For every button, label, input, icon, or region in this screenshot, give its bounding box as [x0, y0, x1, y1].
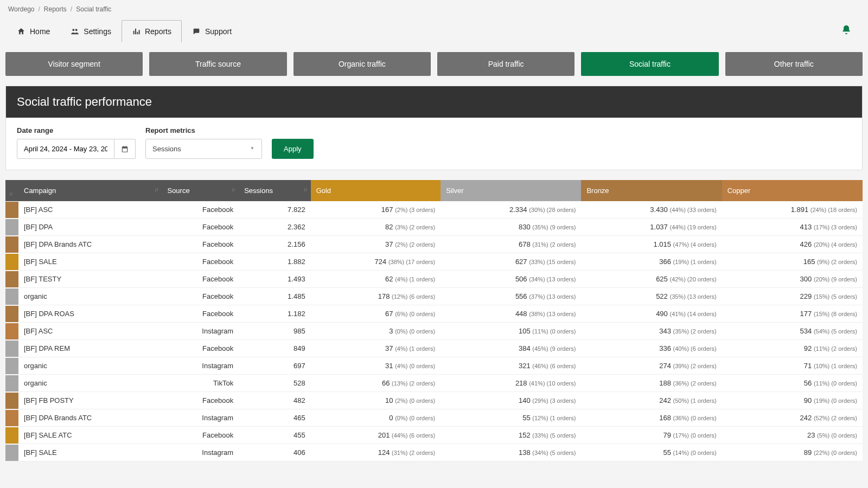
segment-cell: 2.334 (30%) (28 orders) [441, 201, 581, 219]
segment-cell: 82 (3%) (2 orders) [311, 219, 441, 236]
segment-cell: 724 (38%) (17 orders) [311, 253, 441, 271]
section-tab-other-traffic[interactable]: Other traffic [725, 52, 863, 76]
tab-settings-label: Settings [84, 27, 111, 36]
segment-cell: 336 (40%) (6 orders) [581, 340, 722, 357]
section-tab-social-traffic[interactable]: Social traffic [581, 52, 718, 76]
segment-cell: 152 (33%) (5 orders) [441, 427, 581, 444]
segment-cell: 165 (9%) (2 orders) [722, 253, 863, 271]
col-sessions[interactable]: Sessions↓↑ [239, 180, 310, 201]
calendar-icon [121, 145, 129, 153]
notifications-button[interactable] [841, 24, 868, 42]
users-icon [71, 27, 79, 36]
segment-cell: 0 (0%) (0 orders) [311, 409, 441, 427]
cell-campaign: [BF] ASC [18, 323, 162, 340]
section-tab-traffic-source[interactable]: Traffic source [149, 52, 286, 76]
date-range-input[interactable] [17, 139, 114, 159]
date-range-label: Date range [17, 126, 136, 134]
cell-campaign: [BF] DPA [18, 219, 162, 236]
cell-source: Facebook [162, 236, 239, 253]
cell-sessions: 528 [239, 375, 310, 392]
home-icon [17, 27, 25, 36]
segment-cell: 55 (14%) (0 orders) [581, 444, 722, 461]
date-picker-button[interactable] [114, 139, 136, 159]
report-metrics-select[interactable]: Sessions [145, 139, 262, 159]
segment-cell: 448 (38%) (13 orders) [441, 305, 581, 323]
segment-cell: 10 (2%) (0 orders) [311, 392, 441, 409]
tab-support[interactable]: Support [182, 20, 242, 42]
cell-source: Facebook [162, 392, 239, 409]
report-metrics-field: Report metrics Sessions [145, 126, 262, 159]
section-tab-visitor-segment[interactable]: Visitor segment [5, 52, 143, 76]
row-color [5, 409, 18, 427]
col-campaign[interactable]: Campaign↓↑ [18, 180, 162, 201]
cell-sessions: 849 [239, 340, 310, 357]
tab-reports[interactable]: Reports [122, 20, 182, 42]
filter-panel: Social traffic performance Date range Re… [5, 86, 863, 170]
cell-source: Facebook [162, 288, 239, 305]
cell-source: Instagram [162, 409, 239, 427]
table-row: organicInstagram69731 (4%) (0 orders)321… [5, 357, 863, 375]
segment-cell: 506 (34%) (13 orders) [441, 271, 581, 288]
cell-source: Facebook [162, 201, 239, 219]
segment-cell: 218 (41%) (10 orders) [441, 375, 581, 392]
table-row: [BF] DPA Brands ATCInstagram4650 (0%) (0… [5, 409, 863, 427]
row-color [5, 444, 18, 461]
segment-cell: 3.430 (44%) (33 orders) [581, 201, 722, 219]
segment-cell: 168 (36%) (0 orders) [581, 409, 722, 427]
segment-cell: 23 (5%) (0 orders) [722, 427, 863, 444]
segment-cell: 62 (4%) (1 orders) [311, 271, 441, 288]
row-color [5, 253, 18, 271]
segment-cell: 321 (46%) (6 orders) [441, 357, 581, 375]
apply-button[interactable]: Apply [272, 139, 314, 159]
segment-cell: 1.891 (24%) (18 orders) [722, 201, 863, 219]
tab-settings[interactable]: Settings [60, 20, 122, 42]
section-tab-paid-traffic[interactable]: Paid traffic [437, 52, 575, 76]
table-row: [BF] FB POSTYFacebook48210 (2%) (0 order… [5, 392, 863, 409]
col-source[interactable]: Source↓↑ [162, 180, 239, 201]
segment-cell: 92 (11%) (2 orders) [722, 340, 863, 357]
segment-cell: 522 (35%) (13 orders) [581, 288, 722, 305]
segment-cell: 79 (17%) (0 orders) [581, 427, 722, 444]
tab-home[interactable]: Home [7, 20, 60, 42]
breadcrumb: Wordego / Reports / Social traffic [0, 0, 868, 16]
section-tab-organic-traffic[interactable]: Organic traffic [293, 52, 431, 76]
cell-source: Facebook [162, 253, 239, 271]
cell-source: TikTok [162, 375, 239, 392]
segment-cell: 37 (4%) (1 orders) [311, 340, 441, 357]
cell-campaign: organic [18, 288, 162, 305]
chat-icon [192, 27, 201, 36]
segment-cell: 534 (54%) (5 orders) [722, 323, 863, 340]
segment-cell: 426 (20%) (4 orders) [722, 236, 863, 253]
col-silver: Silver [441, 180, 581, 201]
table-row: [BF] ASCFacebook7.822167 (2%) (3 orders)… [5, 201, 863, 219]
table-row: [BF] TESTYFacebook1.49362 (4%) (1 orders… [5, 271, 863, 288]
segment-cell: 830 (35%) (9 orders) [441, 219, 581, 236]
row-color [5, 201, 18, 219]
cell-source: Instagram [162, 444, 239, 461]
cell-source: Instagram [162, 357, 239, 375]
segment-cell: 490 (41%) (14 orders) [581, 305, 722, 323]
cell-sessions: 1.882 [239, 253, 310, 271]
row-color [5, 305, 18, 323]
page-title: Social traffic performance [6, 86, 862, 118]
cell-sessions: 482 [239, 392, 310, 409]
row-color [5, 288, 18, 305]
segment-cell: 242 (52%) (2 orders) [722, 409, 863, 427]
cell-sessions: 2.362 [239, 219, 310, 236]
row-color [5, 323, 18, 340]
segment-cell: 627 (33%) (15 orders) [441, 253, 581, 271]
breadcrumb-root[interactable]: Wordego [8, 5, 34, 13]
section-tabs: Visitor segmentTraffic sourceOrganic tra… [0, 42, 868, 86]
breadcrumb-mid[interactable]: Reports [44, 5, 67, 13]
cell-sessions: 1.493 [239, 271, 310, 288]
col-copper: Copper [722, 180, 863, 201]
cell-source: Facebook [162, 305, 239, 323]
segment-cell: 188 (36%) (2 orders) [581, 375, 722, 392]
cell-sessions: 465 [239, 409, 310, 427]
cell-sessions: 1.485 [239, 288, 310, 305]
cell-sessions: 7.822 [239, 201, 310, 219]
segment-cell: 71 (10%) (1 orders) [722, 357, 863, 375]
segment-cell: 138 (34%) (5 orders) [441, 444, 581, 461]
col-color[interactable]: ↓↑ [5, 180, 18, 201]
row-color [5, 392, 18, 409]
